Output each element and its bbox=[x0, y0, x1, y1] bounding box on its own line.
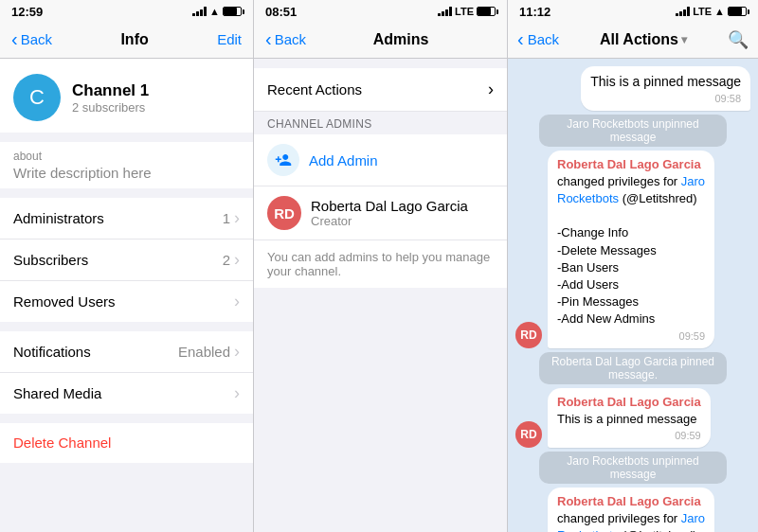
shared-media-value bbox=[234, 383, 240, 403]
admin-name-0: Roberta Dal Lago Garcia bbox=[311, 198, 468, 214]
list-item-administrators[interactable]: Administrators 1 bbox=[0, 198, 253, 239]
battery-icon-3 bbox=[728, 7, 747, 16]
admin-role-0: Creator bbox=[311, 214, 468, 228]
nav-bar-2: Back Admins bbox=[254, 21, 507, 59]
administrators-value: 1 bbox=[223, 208, 240, 228]
status-icons-2: LTE bbox=[438, 6, 496, 17]
channel-name: Channel 1 bbox=[72, 81, 149, 100]
message-action-2: RD Roberta Dal Lago Garcia changed privi… bbox=[515, 488, 750, 532]
list-item-shared-media[interactable]: Shared Media bbox=[0, 373, 253, 414]
about-label: about bbox=[13, 150, 240, 163]
chevron-icon bbox=[234, 208, 240, 228]
lte-icon: LTE bbox=[455, 6, 474, 17]
battery-icon-1 bbox=[223, 7, 242, 16]
recv-pinned-bubble: Roberta Dal Lago Garcia This is a pinned… bbox=[548, 388, 711, 448]
status-icons-1: ▲ bbox=[192, 6, 242, 17]
sys-msg-pin: Roberta Dal Lago Garcia pinned message. bbox=[539, 352, 727, 384]
action-text-1: changed privileges for JaroRocketbots (@… bbox=[557, 173, 705, 328]
add-admin-icon bbox=[267, 144, 299, 176]
back-icon-2 bbox=[265, 28, 272, 50]
chevron-icon-3 bbox=[234, 292, 240, 311]
signal-icon-2 bbox=[438, 7, 452, 16]
info-panel: 12:59 ▲ Back Info Edit C Channel 1 2 sub… bbox=[0, 0, 254, 532]
chat-nav-bar: Back All Actions ▾ 🔍 bbox=[508, 21, 758, 59]
search-button[interactable]: 🔍 bbox=[728, 29, 749, 50]
action-bubble-2: Roberta Dal Lago Garcia changed privileg… bbox=[548, 488, 714, 532]
admins-panel: 08:51 LTE Back Admins Recent Actions CHA… bbox=[254, 0, 508, 532]
edit-button[interactable]: Edit bbox=[217, 31, 242, 47]
time-1: 12:59 bbox=[11, 5, 43, 19]
link-jaro-1[interactable]: JaroRocketbots bbox=[557, 174, 705, 205]
back-button-1[interactable]: Back bbox=[11, 28, 52, 50]
nav-bar-1: Back Info Edit bbox=[0, 21, 253, 59]
lte-icon-3: LTE bbox=[693, 6, 712, 17]
status-icons-3: LTE ▲ bbox=[676, 6, 747, 17]
message-recv-pinned: RD Roberta Dal Lago Garcia This is a pin… bbox=[515, 388, 750, 448]
chevron-icon-4 bbox=[234, 342, 240, 362]
battery-icon-2 bbox=[477, 7, 496, 16]
list-item-removed-users[interactable]: Removed Users bbox=[0, 281, 253, 322]
recent-actions-row[interactable]: Recent Actions bbox=[254, 68, 507, 112]
chat-avatar-1: RD bbox=[515, 322, 542, 348]
action-text-2: changed privileges for JaroRocketbots (@… bbox=[557, 510, 705, 532]
channel-admins-header: CHANNEL ADMINS bbox=[254, 112, 507, 134]
add-admin-row[interactable]: Add Admin bbox=[254, 134, 507, 186]
profile-section: C Channel 1 2 subscribers bbox=[0, 59, 253, 133]
pinned-text: This is a pinned message bbox=[590, 73, 741, 91]
back-icon-3 bbox=[517, 28, 524, 50]
chat-messages[interactable]: This is a pinned message 09:58 Jaro Rock… bbox=[508, 59, 758, 532]
signal-icon-1 bbox=[192, 7, 207, 16]
sys-msg-unpin-1: Jaro Rocketbots unpinned message bbox=[539, 115, 727, 147]
back-button-3[interactable]: Back bbox=[517, 28, 559, 50]
pinned-time: 09:58 bbox=[590, 93, 741, 104]
recent-actions-label: Recent Actions bbox=[267, 81, 362, 98]
list-item-subscribers[interactable]: Subscribers 2 bbox=[0, 239, 253, 281]
subscribers-label: Subscribers bbox=[13, 252, 88, 268]
time-2: 08:51 bbox=[265, 5, 297, 19]
actor-2: Roberta Dal Lago Garcia bbox=[557, 494, 705, 508]
administrators-label: Administrators bbox=[13, 210, 104, 226]
list-item-notifications[interactable]: Notifications Enabled bbox=[0, 331, 253, 373]
actor-recv: Roberta Dal Lago Garcia bbox=[557, 395, 701, 409]
wifi-icon-1: ▲ bbox=[209, 6, 220, 17]
msg-bubble-pinned: This is a pinned message 09:58 bbox=[581, 66, 750, 111]
subscribers-value: 2 bbox=[223, 250, 240, 270]
chevron-recent bbox=[488, 80, 494, 99]
message-pinned: This is a pinned message 09:58 bbox=[515, 66, 750, 111]
delete-channel-button[interactable]: Delete Channel bbox=[13, 434, 111, 451]
add-admin-label: Add Admin bbox=[309, 152, 378, 168]
actor-1: Roberta Dal Lago Garcia bbox=[557, 157, 705, 171]
back-icon-1 bbox=[11, 28, 18, 50]
wifi-icon-3: ▲ bbox=[714, 6, 725, 17]
chat-avatar-recv: RD bbox=[515, 421, 542, 448]
link-jaro-2[interactable]: JaroRocketbots bbox=[557, 511, 705, 532]
chat-nav-title: All Actions ▾ bbox=[600, 31, 687, 48]
about-value: Write description here bbox=[13, 165, 240, 181]
shared-media-label: Shared Media bbox=[13, 385, 101, 401]
removed-users-label: Removed Users bbox=[13, 293, 116, 310]
recv-pinned-text: This is a pinned message bbox=[557, 411, 701, 428]
admin-hint-text: You can add admins to help you manage yo… bbox=[267, 250, 494, 278]
sys-msg-unpin-2: Jaro Rocketbots unpinned message bbox=[539, 452, 727, 484]
back-button-2[interactable]: Back bbox=[265, 28, 306, 50]
chevron-icon-2 bbox=[234, 250, 240, 270]
time-3: 11:12 bbox=[519, 5, 550, 19]
info-list-2: Notifications Enabled Shared Media bbox=[0, 331, 253, 414]
status-bar-1: 12:59 ▲ bbox=[0, 0, 253, 21]
notifications-value: Enabled bbox=[178, 342, 240, 362]
status-bar-3: 11:12 LTE ▲ bbox=[508, 0, 758, 21]
nav-title-2: Admins bbox=[373, 31, 429, 48]
info-list-1: Administrators 1 Subscribers 2 Removed U… bbox=[0, 198, 253, 322]
recv-pinned-time: 09:59 bbox=[557, 430, 701, 441]
signal-icon-3 bbox=[676, 7, 690, 16]
action-bubble-1: Roberta Dal Lago Garcia changed privileg… bbox=[548, 151, 714, 348]
chat-panel: 11:12 LTE ▲ Back All Actions ▾ 🔍 This is… bbox=[508, 0, 758, 532]
status-bar-2: 08:51 LTE bbox=[254, 0, 507, 21]
person-add-icon bbox=[275, 151, 292, 168]
nav-title-1: Info bbox=[120, 31, 148, 48]
message-action-1: RD Roberta Dal Lago Garcia changed privi… bbox=[515, 151, 750, 348]
admin-row-0: RD Roberta Dal Lago Garcia Creator bbox=[254, 186, 507, 240]
profile-info: Channel 1 2 subscribers bbox=[72, 81, 149, 115]
admin-avatar-0: RD bbox=[267, 196, 301, 230]
avatar: C bbox=[13, 74, 61, 121]
